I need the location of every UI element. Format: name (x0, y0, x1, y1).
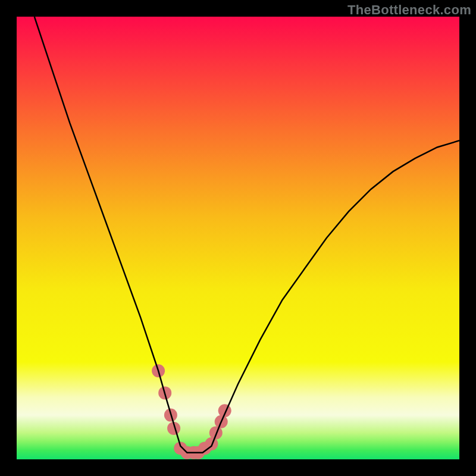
watermark: TheBottleneck.com (347, 2, 471, 18)
chart-frame: TheBottleneck.com (0, 0, 476, 476)
plot-svg (17, 17, 459, 459)
gradient-background (17, 17, 459, 459)
plot-area (17, 17, 459, 459)
